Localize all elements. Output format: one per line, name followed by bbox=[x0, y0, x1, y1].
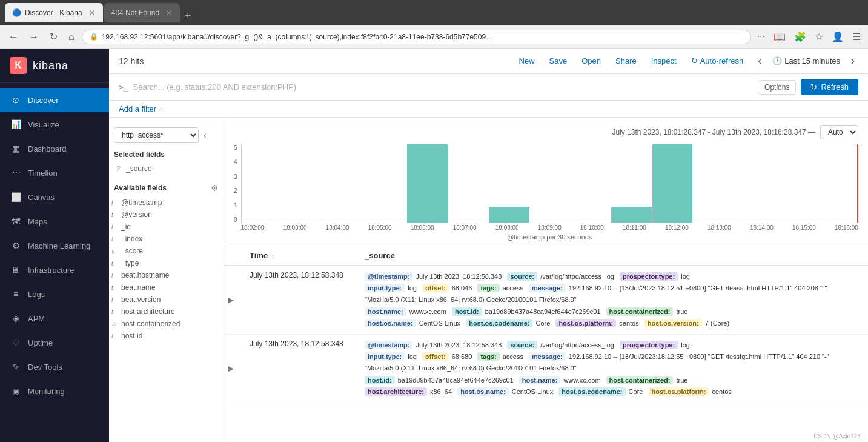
auto-refresh-button[interactable]: ↻ Auto-refresh bbox=[687, 54, 747, 68]
sidebar-item-timelion[interactable]: 〰 Timelion bbox=[0, 161, 109, 185]
log-key-timestamp2: @timestamp: bbox=[365, 341, 412, 349]
index-pattern-select[interactable]: http_access* bbox=[114, 127, 199, 143]
time-nav-left[interactable]: ‹ bbox=[754, 53, 765, 69]
field-item-score[interactable]: # _score bbox=[109, 245, 224, 257]
field-item-host-containerized[interactable]: ⊙ host.containerized bbox=[109, 318, 224, 330]
field-item-beat-version[interactable]: t beat.version bbox=[109, 293, 224, 306]
sidebar-item-monitoring[interactable]: ◉ Monitoring bbox=[0, 379, 109, 403]
sidebar-item-uptime[interactable]: ♡ Uptime bbox=[0, 330, 109, 355]
expand-button-0[interactable]: ▶ bbox=[224, 266, 242, 334]
field-name: host.id bbox=[121, 332, 221, 340]
x-axis-title: @timestamp per 30 seconds bbox=[241, 233, 858, 241]
field-item-source[interactable]: ? _source bbox=[114, 162, 219, 175]
field-item-host-id[interactable]: t host.id bbox=[109, 330, 224, 342]
profile-icon[interactable]: 👤 bbox=[829, 30, 846, 44]
x-label-8: 18:10:00 bbox=[580, 224, 604, 231]
visualize-icon: 📊 bbox=[10, 118, 22, 130]
reload-button[interactable]: ↻ bbox=[46, 30, 61, 44]
log-val: true bbox=[674, 377, 687, 384]
field-item-timestamp[interactable]: t @timestamp bbox=[109, 196, 224, 209]
sidebar-item-infrastructure[interactable]: 🖥 Infrastructure bbox=[0, 258, 109, 282]
table-header-row: Time ↕ _source bbox=[224, 246, 868, 266]
field-item-index[interactable]: t _index bbox=[109, 233, 224, 245]
source-column-header: _source bbox=[357, 246, 868, 266]
collapse-panel-button[interactable]: ‹ bbox=[201, 129, 209, 141]
fields-settings-icon[interactable]: ⚙ bbox=[211, 183, 219, 193]
log-key-offset: offset: bbox=[422, 284, 449, 292]
log-val: access bbox=[501, 353, 525, 360]
log-val: Core bbox=[627, 388, 645, 395]
log-val: /var/log/httpd/access_log bbox=[538, 273, 616, 280]
timelion-icon: 〰 bbox=[10, 167, 22, 179]
bar-9 bbox=[611, 207, 651, 223]
y-tick-2: 2 bbox=[234, 187, 237, 194]
share-button[interactable]: Share bbox=[612, 54, 640, 68]
tab-notfound[interactable]: 404 Not Found ✕ bbox=[104, 3, 180, 22]
sidebar-item-apm[interactable]: ◈ APM bbox=[0, 306, 109, 330]
field-item-beat-hostname[interactable]: t beat.hostname bbox=[109, 269, 224, 281]
open-button[interactable]: Open bbox=[578, 54, 605, 68]
tab-discover-close[interactable]: ✕ bbox=[88, 8, 96, 18]
refresh-button[interactable]: ↻ Refresh bbox=[801, 79, 858, 95]
field-type: t bbox=[111, 224, 118, 230]
field-type: ⊙ bbox=[111, 321, 118, 327]
bookmark-icon[interactable]: ☆ bbox=[812, 30, 826, 44]
options-button[interactable]: Options bbox=[758, 80, 796, 95]
sidebar-item-machine-learning[interactable]: ⚙ Machine Learning bbox=[0, 233, 109, 258]
log-key-hostname: host.name: bbox=[365, 307, 406, 316]
time-column-header[interactable]: Time ↕ bbox=[242, 246, 357, 266]
field-item-version[interactable]: t @version bbox=[109, 209, 224, 221]
tab-notfound-close[interactable]: ✕ bbox=[165, 8, 173, 18]
field-name-source: _source bbox=[126, 164, 216, 173]
sidebar-item-logs[interactable]: ≡ Logs bbox=[0, 282, 109, 306]
sidebar-item-maps[interactable]: 🗺 Maps bbox=[0, 209, 109, 233]
time-nav-right[interactable]: › bbox=[847, 53, 858, 69]
new-button[interactable]: New bbox=[515, 54, 538, 68]
back-button[interactable]: ← bbox=[5, 30, 22, 44]
tab-discover[interactable]: 🔵 Discover - Kibana ✕ bbox=[5, 3, 103, 22]
monitoring-icon: ◉ bbox=[10, 385, 22, 397]
field-name: _index bbox=[121, 235, 221, 243]
chart-interval-select[interactable]: Auto bbox=[820, 125, 858, 139]
extensions-icon[interactable]: 🧩 bbox=[792, 30, 809, 44]
reader-icon[interactable]: 📖 bbox=[771, 30, 788, 44]
field-item-beat-name[interactable]: t beat.name bbox=[109, 281, 224, 293]
sidebar-item-visualize[interactable]: 📊 Visualize bbox=[0, 112, 109, 136]
x-label-3: 18:05:00 bbox=[368, 224, 392, 231]
expand-button-1[interactable]: ▶ bbox=[224, 334, 242, 403]
time-range-label: Last 15 minutes bbox=[784, 56, 840, 65]
maps-icon: 🗺 bbox=[10, 215, 22, 227]
chart-time-range: July 13th 2023, 18:01:28.347 - July 13th… bbox=[612, 128, 815, 136]
x-label-0: 18:02:00 bbox=[241, 224, 265, 231]
log-val: ba19d89b437a48ca94ef644e7c269c01 bbox=[483, 308, 603, 315]
log-val: 68,680 bbox=[450, 353, 474, 360]
field-item-type[interactable]: t _type bbox=[109, 257, 224, 269]
data-table: Time ↕ _source ▶ bbox=[224, 246, 868, 403]
menu-icon[interactable]: ☰ bbox=[850, 30, 863, 44]
save-button[interactable]: Save bbox=[546, 54, 571, 68]
inspect-button[interactable]: Inspect bbox=[648, 54, 680, 68]
sidebar-item-dev-tools[interactable]: ✎ Dev Tools bbox=[0, 355, 109, 379]
forward-button[interactable]: → bbox=[25, 30, 42, 44]
sidebar-item-dashboard[interactable]: ▦ Dashboard bbox=[0, 136, 109, 161]
home-button[interactable]: ⌂ bbox=[65, 30, 78, 44]
more-button[interactable]: ··· bbox=[755, 30, 767, 44]
bar-6 bbox=[489, 207, 529, 223]
available-fields-header: Available fields ⚙ bbox=[109, 179, 224, 196]
add-filter-button[interactable]: Add a filter + bbox=[119, 104, 163, 113]
infrastructure-icon: 🖥 bbox=[10, 264, 22, 276]
new-tab-button[interactable]: + bbox=[181, 10, 195, 22]
chart-bars-container: 18:02:00 18:03:00 18:04:00 18:05:00 18:0… bbox=[241, 144, 858, 241]
y-tick-0: 0 bbox=[234, 216, 237, 223]
field-item-id[interactable]: t _id bbox=[109, 221, 224, 233]
log-key-prospector2: prospector.type: bbox=[620, 341, 678, 349]
search-input[interactable] bbox=[133, 82, 753, 92]
field-item-host-architecture[interactable]: t host.architecture bbox=[109, 306, 224, 318]
sidebar-item-canvas[interactable]: ⬜ Canvas bbox=[0, 185, 109, 209]
sidebar-item-discover[interactable]: ⊙ Discover bbox=[0, 88, 109, 112]
sidebar-item-label: APM bbox=[28, 314, 45, 323]
discover-icon: ⊙ bbox=[10, 94, 22, 106]
sidebar-item-label: Canvas bbox=[28, 193, 55, 202]
log-key-source: source: bbox=[507, 272, 537, 281]
address-bar[interactable]: 🔒 192.168.92.12:5601/app/kibana#/discove… bbox=[82, 30, 751, 44]
